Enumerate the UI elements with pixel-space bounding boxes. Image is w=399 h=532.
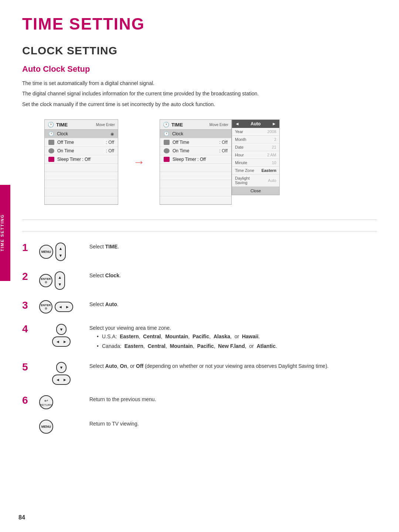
step-2-bold: Clock [105, 272, 119, 278]
side-panel-header: ◄ Auto ► [232, 120, 279, 128]
side-panel-close[interactable]: Close [232, 187, 279, 195]
tv-menu-left: 🕐 TIME Move Enter 🕐 Clock ◉ Off Time : O… [44, 119, 118, 205]
tv-menu-right-row-offtime: Off Time : Off [160, 138, 231, 147]
step-3-text: Select Auto. [89, 300, 377, 308]
clock-icon-right: 🕐 [163, 122, 169, 128]
step-2: 2 ENTER⊙ ▲ ▼ Select Clock. [22, 271, 377, 290]
step-1-icons: MENU ▲ ▼ [39, 243, 83, 261]
clock-row-icon: 🕐 [48, 131, 54, 136]
tv-menu-right-row-sleep: Sleep Timer : Off [160, 155, 231, 164]
tv-menu-left-nav: Move Enter [96, 123, 115, 127]
mockup-arrow: → [133, 155, 145, 169]
spacer-row-3 [45, 180, 118, 188]
tv-menu-left-row-ontime: On Time : Off [45, 147, 118, 155]
daylight-value: Auto [268, 178, 276, 183]
offtime-value-r: : Off [219, 140, 228, 145]
return-arrow-icon: ↩ [44, 398, 48, 403]
ontime-icon-r [164, 148, 170, 153]
timezone-value: Eastern [262, 168, 276, 173]
description-block: The time is set automatically from a dig… [22, 79, 377, 108]
side-panel-year: Year 2008 [232, 128, 279, 136]
timezone-label: Time Zone [235, 168, 254, 173]
menu-button-1[interactable]: MENU [39, 245, 53, 259]
ontime-label-r: On Time [173, 148, 216, 153]
down-arrow-2: ▼ [58, 282, 62, 287]
step-6: 6 ↩ RETURN Return to the previous menu. [22, 395, 377, 409]
clock-row-radio: ◉ [110, 132, 114, 136]
ontime-icon [48, 148, 54, 153]
description-line2: The digital channel signal includes info… [22, 89, 377, 98]
spacer-r-2 [160, 172, 231, 180]
offtime-label-r: Off Time [173, 140, 216, 145]
step-5-number: 5 [22, 362, 33, 372]
down-button-4[interactable]: ▼ [56, 324, 66, 335]
step-4-bullet-1: U.S.A: Eastern, Central, Mountain, Pacif… [97, 332, 377, 340]
tv-menu-left-row-offtime: Off Time : Off [45, 138, 118, 147]
section-divider [22, 220, 377, 220]
month-label: Month [235, 137, 246, 142]
ontime-value-r: : Off [219, 148, 228, 153]
year-label: Year [235, 129, 243, 134]
left-arrow-3: ◄ [58, 305, 62, 309]
side-panel: ◄ Auto ► Year 2008 Month 2 Date 21 Hou [232, 119, 280, 195]
tv-menu-left-row-clock: 🕐 Clock ◉ [45, 130, 118, 138]
offtime-icon-r [164, 140, 170, 145]
side-panel-left-arrow: ◄ [235, 121, 239, 126]
step-2-icons: ENTER⊙ ▲ ▼ [39, 271, 83, 290]
left-right-button-5[interactable]: ◄ ► [52, 375, 71, 385]
up-arrow-1: ▲ [59, 246, 63, 251]
step-4-bullets: U.S.A: Eastern, Central, Mountain, Pacif… [89, 332, 377, 350]
step-4: 4 ▼ ◄ ► Select your viewing area time zo… [22, 324, 377, 352]
up-down-button-1[interactable]: ▲ ▼ [55, 243, 66, 261]
down-arrow-5: ▼ [59, 365, 64, 370]
ontime-label: On Time [57, 148, 103, 153]
right-arrow-4: ► [63, 339, 67, 344]
spacer-row-2 [45, 172, 118, 180]
enter-button-3[interactable]: ENTER⊙ [39, 300, 52, 314]
step-1: 1 MENU ▲ ▼ Select TIME. [22, 243, 377, 261]
down-button-5[interactable]: ▼ [56, 362, 66, 373]
offtime-icon [48, 140, 54, 145]
menu-button-final[interactable]: MENU [39, 420, 53, 434]
page-number: 84 [18, 514, 25, 521]
step-5-icons: ▼ ◄ ► [39, 362, 83, 385]
step-3-icons: ENTER⊙ ◄ ► [39, 300, 83, 314]
spacer-r-3 [160, 180, 231, 188]
left-right-button-3[interactable]: ◄ ► [55, 302, 73, 312]
side-panel-right-arrow: ► [272, 121, 276, 126]
clock-row-label: Clock [57, 131, 108, 136]
step-6-icons: ↩ RETURN [39, 395, 83, 409]
date-value: 21 [272, 145, 276, 149]
clock-icon-left: 🕐 [48, 122, 54, 128]
clock-icon-r: 🕐 [164, 131, 169, 136]
offtime-label: Off Time [57, 140, 103, 145]
tv-menu-left-title-text: TIME [56, 122, 68, 128]
right-arrow-3: ► [65, 305, 69, 309]
step-4-text: Select your viewing area time zone. U.S.… [89, 324, 377, 352]
month-value: 2 [274, 137, 276, 142]
step-3: 3 ENTER⊙ ◄ ► Select Auto. [22, 300, 377, 314]
step-menu-icons: MENU [39, 420, 83, 434]
left-right-button-4[interactable]: ◄ ► [52, 336, 71, 347]
spacer-r-1 [160, 164, 231, 172]
tv-menu-left-header: 🕐 TIME Move Enter [45, 120, 118, 130]
clock-label-r: Clock [172, 131, 228, 136]
sleep-icon-r [164, 157, 170, 162]
left-arrow-4: ◄ [56, 339, 60, 344]
side-panel-timezone: Time Zone Eastern [232, 167, 279, 174]
ontime-value: : Off [106, 148, 114, 153]
date-label: Date [235, 145, 243, 149]
section-title: CLOCK SETTING [22, 44, 377, 57]
minute-label: Minute [235, 160, 247, 165]
tv-menu-right-row-clock: 🕐 Clock [160, 130, 231, 138]
return-button-6[interactable]: ↩ RETURN [39, 395, 53, 409]
spacer-r-4 [160, 188, 231, 196]
enter-button-2[interactable]: ENTER⊙ [39, 274, 52, 287]
spacer-row-1 [45, 164, 118, 172]
return-label: RETURN [40, 403, 52, 407]
down-arrow-4: ▼ [59, 327, 64, 332]
step-6-number: 6 [22, 395, 33, 406]
step-3-bold: Auto [105, 301, 117, 307]
step-5: 5 ▼ ◄ ► Select Auto, On, or Off (dependi… [22, 362, 377, 385]
up-down-button-2[interactable]: ▲ ▼ [55, 271, 65, 290]
